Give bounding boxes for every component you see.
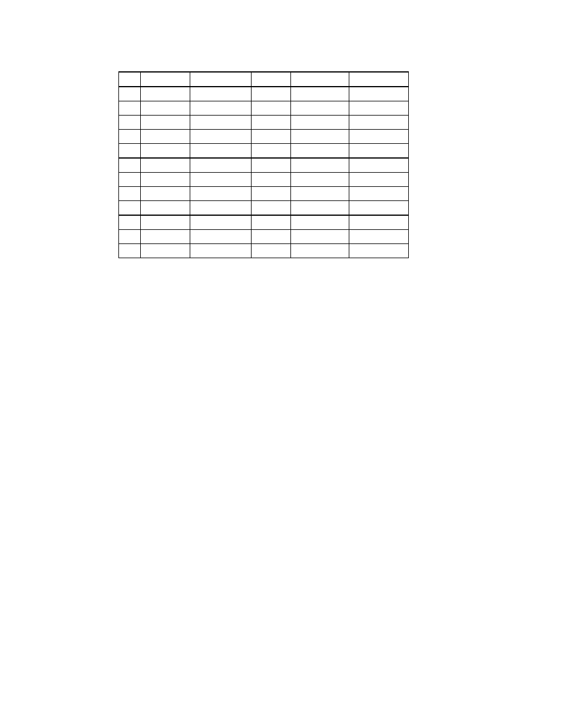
table-cell <box>119 130 141 144</box>
table-cell <box>251 130 290 144</box>
table-cell <box>251 201 290 216</box>
table-cell <box>290 158 349 173</box>
table-cell <box>190 244 252 258</box>
table-cell <box>349 244 409 258</box>
table-cell <box>141 130 190 144</box>
table-row <box>119 116 409 130</box>
table-row <box>119 158 409 173</box>
table-row <box>119 72 409 87</box>
table-cell <box>349 230 409 244</box>
table-cell <box>251 144 290 159</box>
table-cell <box>290 116 349 130</box>
table-cell <box>141 87 190 101</box>
table-cell <box>251 244 290 258</box>
table-cell <box>349 173 409 187</box>
table-cell <box>349 130 409 144</box>
table-cell <box>349 215 409 230</box>
table-cell <box>119 158 141 173</box>
table-cell <box>251 158 290 173</box>
table-cell <box>190 144 252 159</box>
table-cell <box>141 244 190 258</box>
table-cell <box>119 201 141 216</box>
table-cell <box>119 116 141 130</box>
table-cell <box>290 187 349 201</box>
table-row <box>119 173 409 187</box>
table-cell <box>290 144 349 159</box>
table-cell <box>119 187 141 201</box>
table-cell <box>190 230 252 244</box>
table-cell <box>290 101 349 116</box>
table-cell <box>290 201 349 216</box>
table-cell <box>141 144 190 159</box>
table-cell <box>290 72 349 87</box>
table-cell <box>190 72 252 87</box>
data-table <box>118 71 409 258</box>
table-cell <box>251 187 290 201</box>
table-row <box>119 215 409 230</box>
table-row <box>119 230 409 244</box>
table-cell <box>349 158 409 173</box>
table-cell <box>349 87 409 101</box>
table-cell <box>141 101 190 116</box>
table-cell <box>349 72 409 87</box>
table-row <box>119 87 409 101</box>
table-row <box>119 101 409 116</box>
table-row <box>119 144 409 159</box>
table-cell <box>141 173 190 187</box>
table-row <box>119 201 409 216</box>
table-cell <box>119 72 141 87</box>
table-cell <box>251 87 290 101</box>
table-cell <box>251 230 290 244</box>
table-row <box>119 130 409 144</box>
data-table-container <box>118 71 409 258</box>
table-cell <box>290 173 349 187</box>
table-cell <box>141 72 190 87</box>
table-cell <box>349 144 409 159</box>
table-cell <box>190 173 252 187</box>
table-cell <box>290 87 349 101</box>
table-cell <box>141 158 190 173</box>
table-cell <box>119 215 141 230</box>
table-cell <box>349 116 409 130</box>
table-cell <box>190 101 252 116</box>
table-cell <box>349 187 409 201</box>
table-cell <box>141 215 190 230</box>
table-cell <box>290 130 349 144</box>
table-cell <box>141 201 190 216</box>
table-cell <box>251 215 290 230</box>
table-cell <box>119 244 141 258</box>
table-cell <box>251 101 290 116</box>
table-cell <box>251 116 290 130</box>
table-cell <box>190 87 252 101</box>
table-cell <box>290 215 349 230</box>
table-cell <box>190 116 252 130</box>
table-cell <box>190 215 252 230</box>
table-cell <box>349 101 409 116</box>
table-cell <box>141 187 190 201</box>
table-cell <box>119 101 141 116</box>
table-cell <box>119 144 141 159</box>
table-cell <box>141 116 190 130</box>
table-row <box>119 187 409 201</box>
table-row <box>119 244 409 258</box>
table-cell <box>190 201 252 216</box>
table-cell <box>119 87 141 101</box>
table-cell <box>290 244 349 258</box>
table-cell <box>349 201 409 216</box>
table-cell <box>190 158 252 173</box>
table-cell <box>190 130 252 144</box>
table-cell <box>290 230 349 244</box>
table-cell <box>190 187 252 201</box>
table-cell <box>141 230 190 244</box>
table-cell <box>251 72 290 87</box>
table-cell <box>251 173 290 187</box>
table-cell <box>119 230 141 244</box>
table-cell <box>119 173 141 187</box>
